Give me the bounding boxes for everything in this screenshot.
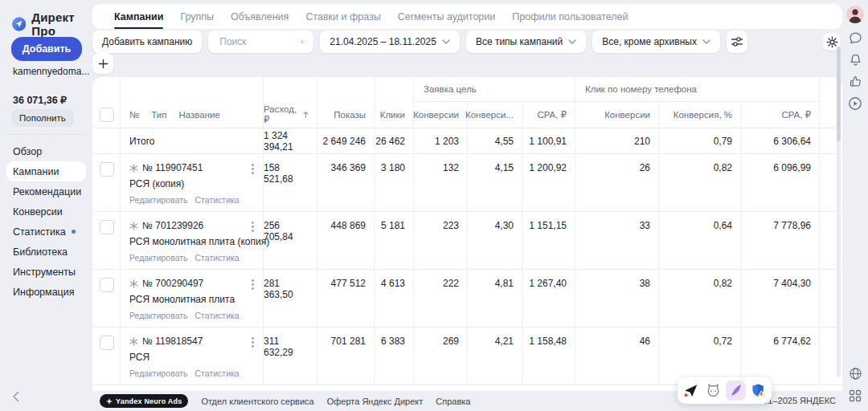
- campaign-number[interactable]: № 119907451: [142, 162, 203, 173]
- column-label-cost[interactable]: Расход, ₽: [264, 104, 300, 125]
- tab[interactable]: Кампании: [114, 4, 163, 29]
- sidebar-item[interactable]: Конверсии: [6, 201, 86, 222]
- sidebar-item-label: Конверсии: [13, 206, 63, 218]
- row-checkbox[interactable]: [100, 162, 114, 177]
- column-header-row: № Тип Название Расход, ₽ Показы Клики Ко…: [92, 102, 842, 128]
- tab[interactable]: Сегменты аудитории: [398, 4, 496, 29]
- cell-impressions: 346 369: [317, 154, 375, 211]
- neuro-ads-badge[interactable]: Yandex Neuro Ads: [100, 394, 188, 408]
- date-range-filter[interactable]: 21.04.2025 – 18.11.2025: [320, 31, 460, 53]
- edit-link[interactable]: Редактировать: [129, 195, 188, 205]
- sidebar-item[interactable]: Обзор: [6, 141, 86, 161]
- tab[interactable]: Профили пользователей: [512, 4, 628, 29]
- campaign-number[interactable]: № 119818547: [142, 336, 203, 347]
- plus-icon: [98, 59, 108, 69]
- edit-link[interactable]: Редактировать: [129, 311, 188, 320]
- add-row-button[interactable]: [92, 53, 113, 74]
- column-label-conversions2[interactable]: Конверсии: [575, 102, 659, 128]
- footer-link[interactable]: Отдел клиентского сервиса: [201, 397, 313, 406]
- add-button[interactable]: Добавить: [11, 37, 82, 61]
- cell-clicks: 26 462: [375, 128, 414, 153]
- group-header-row: Заявка цель Клик по номеру телефона: [92, 77, 842, 102]
- paper-plane-button[interactable]: [681, 380, 701, 401]
- column-label-clicks[interactable]: Клики: [375, 102, 414, 128]
- notifications-button[interactable]: [849, 53, 862, 67]
- feedback-button[interactable]: [849, 75, 862, 88]
- edit-link[interactable]: Редактировать: [129, 253, 188, 262]
- total-row: Итого 1 324 394,21 2 649 246 26 462 1 20…: [92, 128, 842, 154]
- campaign-name[interactable]: РСЯ монолитная плита: [129, 294, 245, 305]
- search-input[interactable]: [218, 35, 295, 48]
- column-label-cpa2[interactable]: CPA, ₽: [741, 102, 820, 128]
- stats-link[interactable]: Статистика: [195, 195, 240, 205]
- cell-conversions1: 132: [414, 154, 468, 211]
- footer-link[interactable]: Справка: [436, 397, 470, 406]
- sidebar-item[interactable]: Рекомендации: [6, 181, 86, 201]
- feather-button[interactable]: [726, 380, 746, 401]
- group-lead-goal: Заявка цель: [414, 77, 575, 102]
- archive-filter[interactable]: Все, кроме архивных: [592, 31, 720, 53]
- column-label-name[interactable]: Название: [179, 110, 220, 120]
- tab[interactable]: Ставки и фразы: [305, 4, 380, 29]
- kebab-menu-button[interactable]: [250, 163, 256, 177]
- row-checkbox[interactable]: [100, 336, 114, 350]
- cell-cpa2: 7 778,96: [741, 212, 820, 269]
- campaigns-table: Заявка цель Клик по номеру телефона № Ти…: [92, 77, 842, 391]
- column-label-conversions1[interactable]: Конверсии: [414, 102, 468, 128]
- apps-button[interactable]: [849, 389, 862, 402]
- video-button[interactable]: [848, 96, 862, 111]
- edit-link[interactable]: Редактировать: [129, 368, 188, 378]
- column-label-impressions[interactable]: Показы: [317, 102, 375, 128]
- row-checkbox[interactable]: [100, 278, 114, 292]
- sidebar-item[interactable]: Статистика: [6, 222, 86, 242]
- account-name[interactable]: kamennyedoma...: [13, 66, 89, 77]
- topup-button[interactable]: Пополнить: [11, 109, 74, 127]
- campaign-name[interactable]: РСЯ: [129, 352, 245, 363]
- sidebar-item[interactable]: Инструменты: [6, 262, 86, 282]
- kebab-menu-button[interactable]: [250, 279, 256, 293]
- bell-icon: [849, 53, 862, 67]
- avatar[interactable]: [846, 6, 864, 23]
- tab[interactable]: Объявления: [231, 4, 289, 29]
- filter-sliders-button[interactable]: [727, 31, 747, 53]
- row-checkbox[interactable]: [100, 220, 114, 234]
- campaign-number[interactable]: № 700290497: [142, 278, 203, 289]
- right-rail: [842, 0, 868, 411]
- apps-grid-icon: [849, 389, 862, 402]
- pet-button[interactable]: [703, 380, 723, 401]
- search-field[interactable]: [208, 31, 313, 53]
- stats-link[interactable]: Статистика: [195, 253, 240, 262]
- group-phone-click: Клик по номеру телефона: [575, 77, 820, 102]
- add-campaign-button[interactable]: Добавить кампанию: [92, 31, 202, 53]
- select-all-checkbox[interactable]: [100, 108, 114, 122]
- footer-link[interactable]: Оферта Яндекс Директ: [327, 397, 424, 406]
- cell-cpa1: 1 200,92: [522, 154, 575, 211]
- campaign-name[interactable]: РСЯ монолитная плита (копия): [129, 236, 245, 247]
- language-button[interactable]: [849, 367, 862, 380]
- campaign-type-filter[interactable]: Все типы кампаний: [466, 31, 586, 53]
- chat-button[interactable]: [849, 31, 862, 45]
- column-label-conv-rate1[interactable]: Конверси...: [468, 102, 522, 128]
- cell-conversions1: 223: [414, 212, 468, 269]
- campaign-name[interactable]: РСЯ (копия): [129, 178, 245, 189]
- campaign-type-value: Все типы кампаний: [476, 36, 563, 47]
- column-label-type[interactable]: Тип: [151, 110, 166, 120]
- stats-link[interactable]: Статистика: [195, 368, 240, 378]
- scrollbar-thumb[interactable]: [837, 47, 841, 141]
- tab[interactable]: Группы: [180, 4, 214, 29]
- app-logo[interactable]: Директ Про: [12, 10, 92, 38]
- column-label-cpa1[interactable]: CPA, ₽: [522, 102, 575, 128]
- sidebar-item[interactable]: Информация: [6, 282, 86, 302]
- tab-label: Ставки и фразы: [305, 11, 380, 22]
- column-label-num[interactable]: №: [129, 110, 139, 120]
- kebab-menu-button[interactable]: [250, 221, 256, 235]
- sliders-icon: [731, 35, 743, 48]
- sidebar-item[interactable]: Кампании: [6, 161, 86, 181]
- kebab-icon: [252, 337, 254, 348]
- column-label-conv-rate2[interactable]: Конверсия, %: [659, 102, 741, 128]
- sidebar-item[interactable]: Библиотека: [6, 242, 86, 262]
- kebab-menu-button[interactable]: [250, 336, 256, 351]
- shield-button[interactable]: [748, 380, 768, 401]
- stats-link[interactable]: Статистика: [195, 311, 240, 320]
- campaign-number[interactable]: № 701239926: [142, 220, 203, 231]
